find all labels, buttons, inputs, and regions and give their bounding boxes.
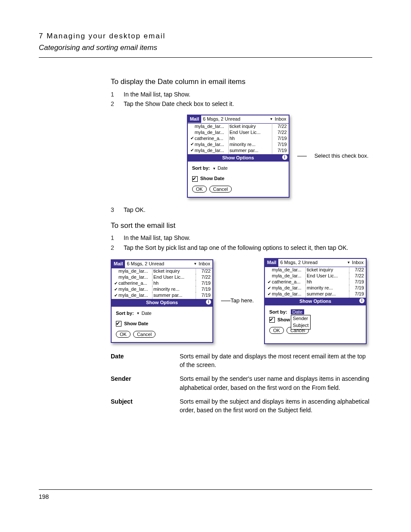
show-date-label: Show Date: [124, 320, 148, 327]
definition-row: Sender Sorts email by the sender's user …: [111, 374, 372, 392]
step-row: 2 Tap the Sort by pick list and tap one …: [111, 243, 372, 252]
folder-picker[interactable]: Inbox: [198, 261, 212, 268]
step-number: 1: [111, 233, 124, 242]
mail-row[interactable]: ✔myla_de_lar...minority re...7/19: [267, 285, 364, 291]
app-name: Mail: [112, 260, 125, 268]
definition-term: Subject: [111, 397, 180, 415]
sort-by-label: Sort by:: [192, 165, 210, 172]
definition-row: Date Sorts email by date and displays th…: [111, 352, 372, 370]
cancel-button[interactable]: Cancel: [133, 331, 156, 338]
palm-titlebar: Mail 6 Msgs, 2 Unread ▼ Inbox: [265, 259, 366, 267]
figure-sort-list: Mail 6 Msgs, 2 Unread ▼ Inbox myla_de_la…: [111, 258, 372, 344]
show-date-checkbox[interactable]: [116, 321, 121, 327]
mail-row[interactable]: ✔catherine_a...hh7/19: [113, 280, 211, 286]
sort-by-label: Sort by:: [116, 310, 134, 317]
panel-title: Show Options i: [112, 299, 212, 307]
mail-list: myla_de_lar...ticket inquiry7/22 myla_de…: [112, 268, 212, 299]
mail-row[interactable]: ✔myla_de_lar...summer par...7/19: [190, 148, 287, 154]
page-header: 7 Managing your desktop email Categorisi…: [39, 31, 372, 58]
step-row: 1 In the Mail list, tap Show.: [111, 90, 372, 99]
chevron-down-icon[interactable]: ▼: [193, 261, 197, 267]
definition-term: Sender: [111, 374, 180, 392]
mail-row[interactable]: myla_de_lar...End User Lic...7/22: [190, 130, 287, 136]
app-name: Mail: [265, 259, 278, 267]
ok-button[interactable]: OK: [116, 331, 131, 338]
sort-by-row[interactable]: Sort by: ▼ Date: [116, 310, 208, 317]
page-number: 198: [39, 493, 49, 500]
mail-row[interactable]: ✔myla_de_lar...summer par...7/19: [113, 292, 211, 299]
mail-row[interactable]: myla_de_lar...ticket inquiry7/22: [113, 268, 211, 274]
sort-option-subject[interactable]: Subject: [291, 322, 311, 329]
app-name: Mail: [188, 115, 201, 123]
step-number: 2: [111, 243, 124, 252]
palm-screenshot-left: Mail 6 Msgs, 2 Unread ▼ Inbox myla_de_la…: [111, 259, 213, 343]
show-date-row[interactable]: Show Date: [192, 175, 284, 182]
mail-row[interactable]: ✔catherine_a...hh7/19: [190, 136, 287, 142]
step-text: In the Mail list, tap Show.: [124, 233, 372, 242]
mail-list: myla_de_lar...ticket inquiry7/22 myla_de…: [188, 124, 289, 154]
show-date-row[interactable]: Show I: [269, 317, 361, 324]
palm-titlebar: Mail 6 Msgs, 2 Unread ▼ Inbox: [112, 260, 212, 268]
mail-row[interactable]: ✔myla_de_lar...summer par...7/19: [267, 291, 364, 297]
definition-text: Sorts email by the subject and displays …: [180, 397, 372, 415]
ok-button[interactable]: OK: [269, 327, 284, 334]
mail-row[interactable]: ✔myla_de_lar...minority re...7/19: [190, 142, 287, 148]
definition-term: Date: [111, 352, 180, 370]
figure-show-date: Mail 6 Msgs, 2 Unread ▼ Inbox myla_de_la…: [111, 115, 372, 198]
callout-text: Select this check box.: [314, 152, 369, 160]
definition-text: Sorts email by date and displays the mos…: [180, 352, 372, 370]
step-number: 2: [111, 100, 124, 108]
sort-option-date[interactable]: Date: [291, 309, 304, 314]
sort-by-row[interactable]: Sort by: Date Sender Subject: [269, 309, 361, 316]
heading-display-date: To display the Date column in email item…: [111, 77, 372, 87]
msg-count: 6 Msgs, 2 Unread: [201, 116, 270, 123]
mail-row[interactable]: myla_de_lar...ticket inquiry7/22: [190, 124, 287, 130]
mail-row[interactable]: myla_de_lar...ticket inquiry7/22: [267, 267, 364, 273]
sort-by-dropdown-open[interactable]: Date Sender Subject: [291, 309, 304, 316]
check-icon: ✔: [190, 141, 195, 148]
definition-row: Subject Sorts email by the subject and d…: [111, 397, 372, 415]
palm-screenshot: Mail 6 Msgs, 2 Unread ▼ Inbox myla_de_la…: [187, 115, 290, 198]
sort-option-sender[interactable]: Sender: [291, 315, 311, 322]
panel-title: Show Options i: [265, 298, 366, 305]
chevron-down-icon[interactable]: ▼: [212, 166, 216, 171]
ok-button[interactable]: OK: [192, 186, 207, 193]
panel-title: Show Options i: [188, 154, 289, 162]
cancel-button[interactable]: Cancel: [209, 186, 232, 193]
page-footer: 198: [39, 489, 372, 501]
info-icon[interactable]: i: [282, 155, 287, 160]
folder-picker[interactable]: Inbox: [274, 116, 289, 123]
show-date-row[interactable]: Show Date: [116, 320, 208, 327]
section-title: Categorising and sorting email items: [39, 43, 372, 53]
msg-count: 6 Msgs, 2 Unread: [278, 259, 347, 266]
step-row: 3 Tap OK.: [111, 205, 372, 214]
palm-titlebar: Mail 6 Msgs, 2 Unread ▼ Inbox: [188, 115, 289, 124]
chevron-down-icon[interactable]: ▼: [137, 311, 140, 316]
folder-picker[interactable]: Inbox: [351, 259, 366, 266]
step-number: 3: [111, 205, 124, 214]
check-icon: ✔: [190, 147, 195, 154]
info-icon[interactable]: i: [206, 299, 211, 305]
step-row: 1 In the Mail list, tap Show.: [111, 233, 372, 242]
definition-text: Sorts email by the sender's user name an…: [180, 374, 372, 392]
sort-by-row: Sort by: ▼ Date: [192, 165, 284, 172]
mail-row[interactable]: ✔catherine_a...hh7/19: [267, 279, 364, 285]
palm-screenshot-right: Mail 6 Msgs, 2 Unread ▼ Inbox myla_de_la…: [264, 258, 367, 344]
chevron-down-icon[interactable]: ▼: [270, 117, 273, 122]
mail-row[interactable]: myla_de_lar...End User Lic...7/22: [113, 274, 211, 280]
chevron-down-icon[interactable]: ▼: [347, 260, 350, 265]
mail-row[interactable]: myla_de_lar...End User Lic...7/22: [267, 273, 364, 279]
mail-list: myla_de_lar...ticket inquiry7/22 myla_de…: [265, 267, 366, 297]
chapter-title: 7 Managing your desktop email: [39, 31, 372, 42]
msg-count: 6 Msgs, 2 Unread: [125, 261, 193, 268]
sort-by-value[interactable]: Date: [218, 165, 227, 172]
step-text: Tap the Show Date check box to select it…: [124, 100, 372, 108]
mail-row[interactable]: ✔myla_de_lar...minority re...7/19: [113, 286, 211, 292]
callout-text: Tap here.: [230, 297, 256, 305]
show-date-checkbox[interactable]: [269, 317, 275, 323]
info-icon[interactable]: i: [359, 298, 364, 303]
callout-line: [221, 301, 230, 301]
show-date-checkbox[interactable]: [192, 176, 198, 182]
sort-by-value[interactable]: Date: [141, 310, 151, 317]
show-date-label: Show Date: [200, 175, 224, 182]
